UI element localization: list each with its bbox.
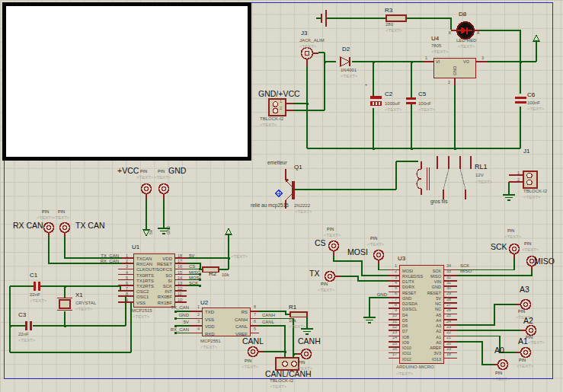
miso-pin-text: <TEXT> <box>522 247 539 253</box>
u4-pin-number-2: 2 <box>448 80 450 84</box>
r2-ref: R2 <box>209 271 216 278</box>
j1-ref: J1 <box>523 148 529 155</box>
u1-value: MCP2515 <box>132 308 152 314</box>
r1-text: <TEXT> <box>289 324 305 330</box>
u4-pin-vo: VO <box>463 59 469 64</box>
u3-pin-row: D5A4 <box>400 317 443 323</box>
capacitor-c6[interactable] <box>515 97 526 104</box>
canl-label: CANL <box>242 337 264 346</box>
u2-pin-row: RXDVREF <box>203 330 250 336</box>
c1-text: <TEXT> <box>30 298 46 304</box>
u3-right-net-labels: SCKMISO <box>460 263 483 357</box>
u4-value: 7805 <box>431 43 441 49</box>
vcc-rail-tag: 5V <box>149 230 154 234</box>
diode-d2[interactable] <box>341 57 350 66</box>
r3-text: <TEXT> <box>385 28 402 33</box>
q1-value: 2N2222 <box>294 203 310 209</box>
j1-pin2: 2 <box>517 177 520 182</box>
r3-value: 280 <box>385 22 393 27</box>
resistor-r1[interactable] <box>290 312 307 317</box>
c1-value: 22nF <box>30 292 40 298</box>
u2-mcp2551[interactable]: TXDRSVSSCANHVDDCANLRXDVREF <box>202 308 251 336</box>
u1-text: <TEXT> <box>133 314 149 320</box>
u1-pin-row: TX1RTSSI <box>134 278 174 283</box>
mosi-pin-text: <TEXT> <box>367 242 384 247</box>
gnd-vcc-pin1: 1 <box>280 99 282 104</box>
tblock-gnd-vcc[interactable] <box>269 99 286 116</box>
u3-pin-row: MOSISCK <box>400 268 443 273</box>
c3-value: 22nF <box>18 332 29 337</box>
d2-ref: D2 <box>342 46 350 53</box>
u4-pin-number-3: 3 <box>481 56 484 60</box>
resistor-r3[interactable] <box>386 15 406 21</box>
cs-pin-type: PIN <box>327 227 334 231</box>
canl-canh-label: CANL/CANH <box>265 370 312 379</box>
crystal-x1[interactable] <box>57 298 72 311</box>
sck-pin-type: PIN <box>507 228 514 233</box>
battery-symbol[interactable] <box>321 10 326 27</box>
capacitor-c1[interactable] <box>34 282 40 291</box>
j1-pin1: 1 <box>517 171 520 175</box>
u4-pin-vi: VI <box>436 59 440 64</box>
u3-value: ARDUINO-MICRO <box>396 365 434 370</box>
u3-pin-row: D2/SDANC <box>400 301 443 306</box>
u4-text: <TEXT> <box>431 49 448 55</box>
a1-pin-type: PIN <box>519 358 526 362</box>
masked-region <box>2 2 251 161</box>
u3-pin-row: GND5V <box>400 295 443 301</box>
canh-label: CANH <box>298 337 321 346</box>
a3-pin-type: PIN <box>518 309 525 314</box>
c2-polarity: + <box>365 83 367 88</box>
tx-can-pin-text: <TEXT> <box>53 215 69 221</box>
gnd-rail-tag: GND <box>167 226 171 234</box>
canl-pin-type: PIN <box>245 359 251 363</box>
jack-j3[interactable] <box>302 48 313 59</box>
u2-right-net-labels: CANHCANL <box>262 304 288 333</box>
j3-ref: J3 <box>301 30 307 37</box>
gnd-pin-text: <TEXT> <box>154 175 171 180</box>
schematic-canvas[interactable]: TXCANVDDRXCANRESETCLKOUT/SOFCSTX0RTSSOTX… <box>0 0 563 392</box>
cs-label: CS <box>315 239 326 248</box>
u1-pin-row: OSC1RX0BF <box>134 295 174 300</box>
u3-arduino-micro[interactable]: MOSISCKRXLED/SSMISOD1/TXVIND0/RXGNDRESET… <box>399 265 444 364</box>
cs-pin-text: <TEXT> <box>324 233 341 238</box>
sck-pin-text: <TEXT> <box>504 234 521 240</box>
canl-pin-text: <TEXT> <box>242 365 258 370</box>
a0-label: A0 <box>494 346 504 355</box>
u1-pin-row: TX0RTSSO <box>134 272 174 278</box>
mosi-label: MOSI <box>347 248 368 257</box>
u1-mcp2515[interactable]: TXCANVDDRXCANRESETCLKOUT/SOFCSTX0RTSSOTX… <box>133 253 175 308</box>
j3-value: JACK_ALIM <box>299 38 325 43</box>
u2-left-net-labels: TX_CANGND5VRX_CAN <box>154 304 189 333</box>
u1-pin-row: RXCANRESET <box>134 262 174 267</box>
u2-pin-row: TXDRS <box>203 309 250 317</box>
capacitor-c5[interactable] <box>406 97 416 104</box>
q1-emitter-note: emetteur <box>267 160 287 165</box>
tblock-j1[interactable] <box>523 171 537 188</box>
vcc-pin-text: <TEXT> <box>136 175 153 180</box>
u3-pin-row: RXLED/SSMISO <box>400 273 443 279</box>
q1-text: <TEXT> <box>295 209 312 215</box>
u1-right-pin-numbers: 181716151413121110 <box>178 253 188 303</box>
u3-pin-row: D3/SCLNC <box>400 307 443 312</box>
q1-ref: Q1 <box>294 164 302 171</box>
r2-text: <TEXT> <box>231 254 248 260</box>
rx-can-label: RX CAN <box>13 221 43 231</box>
relay-rl1[interactable] <box>417 167 465 190</box>
u3-text: <TEXT> <box>396 371 413 377</box>
u2-pin-row: VSSCANH <box>203 316 250 323</box>
capacitor-c3[interactable] <box>25 321 32 330</box>
led-d8[interactable] <box>457 22 474 39</box>
a2-label: A2 <box>523 317 533 326</box>
d2-value: 1N4001 <box>341 68 357 73</box>
capacitor-c2[interactable] <box>370 96 382 106</box>
a2-pin-text: <TEXT> <box>528 340 545 346</box>
a3-label: A3 <box>520 285 529 295</box>
d8-text: <TEXT> <box>458 44 475 49</box>
u1-pin-row: TX2RTSSCK <box>134 283 174 288</box>
d8-ref: D8 <box>459 11 466 18</box>
a1-pin-text: <TEXT> <box>517 364 533 369</box>
gnd-vcc-type: TBLOCK-I2 <box>260 116 283 122</box>
rx-can-pin-text: <TEXT> <box>37 215 53 221</box>
u1-pin-row: TXCANVDD <box>134 257 174 262</box>
